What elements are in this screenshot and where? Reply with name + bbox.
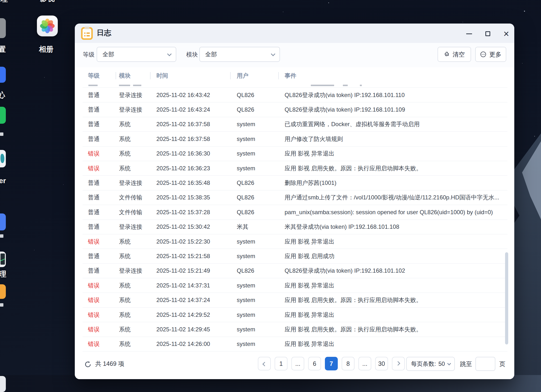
log-user-cell: system [237,253,285,260]
brush-clean-icon [444,51,450,57]
log-time-cell: 2025-11-02 16:36:23 [156,165,237,172]
clear-logs-label: 清空 [453,50,465,58]
table-row: 错误 系统 2025-11-02 14:37:31 system 应用 影视 异… [83,278,507,293]
column-separator [150,72,151,79]
page-size-select[interactable]: 每页条数: 50 [406,357,455,371]
log-level-cell: 错误 [88,164,119,172]
table-footer: 共 1469 项 1...678...30 每页条数: 50 跳至 页 [75,352,514,379]
module-filter-select[interactable]: 全部 [199,47,280,62]
clipped-row-remnant [83,83,507,88]
page-button-6[interactable]: 6 [308,357,321,370]
vertical-scrollbar-thumb[interactable] [505,252,508,344]
clipped-app-icon[interactable] [0,150,6,167]
more-button[interactable]: 更多 [475,47,506,62]
refresh-button[interactable] [83,360,93,369]
clipped-app-icon[interactable] [0,252,6,267]
column-separator [230,72,231,79]
clipped-app-icon[interactable] [0,67,6,83]
photos-app-icon[interactable] [37,16,58,36]
log-module-cell: 系统 [119,326,156,333]
table-header: 等级 模块 时间 用户 事件 [83,69,507,83]
level-filter-value: 全部 [102,50,167,58]
clear-logs-button[interactable]: 清空 [438,47,471,62]
desktop: { "desktop": { "top_edge_labels": [ { "t… [0,0,541,392]
log-time-cell: 2025-11-02 14:29:45 [156,326,237,333]
log-user-cell: system [237,311,285,318]
log-module-cell: 系统 [119,296,156,304]
minimize-button[interactable] [464,28,474,39]
col-header-module: 模块 [119,72,156,80]
log-event-cell: pam_unix(samba:session): session opened … [285,209,507,216]
page-button-1[interactable]: 1 [275,357,287,370]
log-user-cell: system [237,150,285,157]
log-level-cell: 普通 [88,135,119,143]
log-user-cell: system [237,282,285,289]
log-event-cell: 米其登录成功(via token) IP:192.168.101.108 [285,223,507,231]
page-ellipsis[interactable]: ... [358,357,371,370]
prev-page-button[interactable] [258,357,271,370]
table-row: 普通 登录连接 2025-11-02 16:43:42 QL826 QL826登… [83,88,507,102]
titlebar[interactable]: 日志 × [75,24,514,43]
log-user-cell: system [237,121,285,128]
log-time-cell: 2025-11-02 14:29:52 [156,311,237,318]
log-event-cell: 应用 影视 启用失败。原因：执行应用启动脚本失败。 [285,326,507,333]
more-label: 更多 [489,50,501,58]
log-module-cell: 系统 [119,340,156,348]
log-event-cell: 应用 影视 启用成功 [285,252,507,260]
page-button-30[interactable]: 30 [375,357,388,370]
chevron-down-icon [167,52,171,56]
next-page-button[interactable] [392,357,405,370]
photos-app-label[interactable]: 相册 [39,44,53,54]
log-table-body: 普通 登录连接 2025-11-02 16:43:42 QL826 QL826登… [83,88,507,351]
jump-page-input[interactable] [475,357,495,371]
log-level-cell: 错误 [88,340,119,348]
table-row: 错误 系统 2025-11-02 15:22:30 system 应用 影视 异… [83,234,507,249]
log-level-cell: 错误 [88,296,119,304]
page-size-label: 每页条数: [411,360,436,368]
log-event-cell: 应用 影视 异常退出 [285,238,507,245]
log-user-cell: QL826 [237,209,285,216]
maximize-button[interactable] [482,28,493,39]
table-row: 错误 系统 2025-11-02 14:29:52 system 应用 影视 异… [83,308,507,322]
col-header-level: 等级 [88,72,119,80]
clipped-app-icon[interactable] [0,376,6,392]
log-level-cell: 普通 [88,252,119,260]
log-user-cell: QL826 [237,194,285,201]
log-level-cell: 错误 [88,311,119,319]
log-user-cell: system [237,136,285,142]
clipped-app-label [0,132,3,136]
level-filter-select[interactable]: 全部 [97,47,176,62]
log-module-cell: 系统 [119,164,156,172]
log-event-cell: QL826登录成功(via token) IP:192.168.101.102 [285,267,507,275]
page-button-7[interactable]: 7 [325,357,338,370]
log-user-cell: 米其 [237,223,285,231]
desktop-icon-label-movies: 影视 [40,0,55,4]
log-time-cell: 2025-11-02 16:37:58 [156,121,237,128]
log-time-cell: 2025-11-02 15:21:58 [156,253,237,260]
table-row: 普通 系统 2025-11-02 16:37:58 system 已成功重置网络… [83,117,507,132]
page-button-8[interactable]: 8 [342,357,355,370]
log-time-cell: 2025-11-02 16:43:42 [156,92,237,98]
col-header-time: 时间 [156,72,237,80]
page-ellipsis[interactable]: ... [291,357,304,370]
more-circle-icon [480,51,486,57]
log-event-cell: 已成功重置网络，Docker、虚拟机等服务需手动启用 [285,120,507,128]
clipped-app-icon[interactable] [0,107,6,124]
log-event-cell: 应用 影视 启用失败。原因：执行应用启动脚本失败。 [285,164,507,172]
close-button[interactable]: × [501,28,512,39]
col-header-user: 用户 [237,72,285,80]
module-filter-value: 全部 [205,50,271,58]
chevron-down-icon [447,361,451,365]
clipped-app-icon[interactable] [0,18,6,38]
log-module-cell: 系统 [119,252,156,260]
log-time-cell: 2025-11-02 16:37:58 [156,136,237,142]
chevron-down-icon [271,52,275,56]
desktop-icon-label-top: 理 [0,0,8,4]
jump-page-suffix: 页 [499,357,505,371]
log-event-cell: 应用 影视 异常退出 [285,150,507,157]
log-user-cell: system [237,238,285,245]
table-row: 普通 系统 2025-11-02 16:37:58 system 用户修改了防火… [83,132,507,146]
clipped-app-icon[interactable] [0,284,6,299]
clipped-app-icon[interactable] [0,213,6,230]
log-module-cell: 系统 [119,135,156,143]
